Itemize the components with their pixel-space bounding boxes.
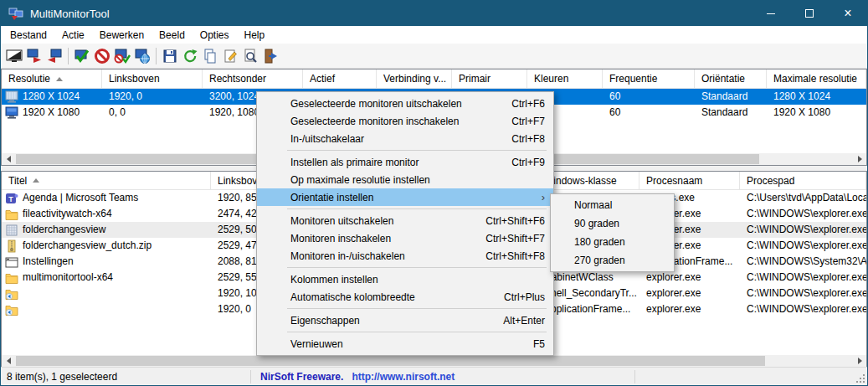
- menu-separator: [287, 267, 547, 268]
- close-button[interactable]: ×: [829, 1, 867, 26]
- column-header-verbinding[interactable]: Verbinding v...: [377, 69, 452, 88]
- toolbar-separator: [156, 48, 157, 64]
- menu-item-geselecteerde-monitoren-inschakelen[interactable]: Geselecteerde monitoren inschakelenCtrl+…: [257, 112, 553, 130]
- resize-grip-icon[interactable]: [855, 373, 865, 383]
- menu-bestand[interactable]: Bestand: [3, 28, 54, 43]
- sort-arrow-icon: [33, 178, 39, 183]
- status-count: 8 item(s), 1 geselecteerd: [7, 371, 117, 383]
- maximize-icon: [805, 9, 814, 18]
- scrollbar-thumb[interactable]: [16, 356, 765, 366]
- app-icon: [8, 6, 23, 21]
- save-icon[interactable]: [160, 47, 180, 65]
- folder-icon: [5, 208, 18, 221]
- statusbar-divider: [250, 370, 251, 383]
- column-header-orientatie[interactable]: Oriëntatie: [695, 69, 767, 88]
- column-header-maximale-resolutie[interactable]: Maximale resolutie: [767, 69, 866, 88]
- menu-separator: [287, 208, 547, 209]
- copy-icon[interactable]: [200, 47, 220, 65]
- column-header-resolutie[interactable]: Resolutie: [2, 69, 102, 88]
- settings-window-icon: [5, 255, 18, 269]
- submenu-item-270-graden[interactable]: 270 graden: [551, 251, 674, 270]
- menu-item-op-maximale-resolutie-instellen[interactable]: Op maximale resolutie instellen: [257, 171, 553, 188]
- menu-separator: [287, 308, 547, 309]
- monitor-active-icon: [5, 106, 18, 120]
- column-header-kleuren[interactable]: Kleuren: [527, 69, 603, 88]
- exit-icon[interactable]: [260, 47, 280, 65]
- menu-item-monitoren-inschakelen[interactable]: Monitoren inschakelenCtrl+Shift+F7: [257, 229, 553, 247]
- submenu-item-90-graden[interactable]: 90 graden: [551, 214, 674, 233]
- move-monitor-left-icon[interactable]: [24, 47, 44, 65]
- monitor-disabled-icon: [5, 90, 18, 104]
- titlebar[interactable]: MultiMonitorTool ×: [1, 1, 867, 26]
- window-title: MultiMonitorTool: [30, 8, 110, 20]
- menu-item-in-uitschakelaar[interactable]: In-/uitschakelaarCtrl+F8: [257, 130, 553, 147]
- column-header-titel[interactable]: Titel: [2, 172, 211, 189]
- menu-item-monitoren-uitschakelen[interactable]: Monitoren uitschakelenCtrl+Shift+F6: [257, 212, 553, 229]
- menu-item-automatische-kolombreedte[interactable]: Automatische kolombreedteCtrl+Plus: [257, 288, 553, 306]
- submenu-arrow-icon: ›: [542, 191, 545, 203]
- toggle-monitor-icon[interactable]: [112, 47, 132, 65]
- enable-monitor-icon[interactable]: [72, 47, 92, 65]
- statusbar: 8 item(s), 1 geselecteerd NirSoft Freewa…: [1, 367, 867, 385]
- menu-separator: [287, 332, 547, 332]
- teams-icon: T: [5, 192, 18, 205]
- menu-opties[interactable]: Opties: [193, 28, 237, 43]
- properties-icon[interactable]: [220, 47, 240, 65]
- menu-actie[interactable]: Actie: [54, 28, 92, 43]
- close-icon: ×: [844, 7, 851, 20]
- column-header-procesnaam[interactable]: Procesnaam: [639, 172, 740, 189]
- submenu-item-normaal[interactable]: Normaal: [551, 196, 674, 214]
- toolbar: [1, 44, 867, 69]
- primary-monitor-icon[interactable]: [132, 47, 152, 65]
- multimonitortool-window: MultiMonitorTool × Bestand Actie Bewerke…: [0, 0, 868, 386]
- shared-folder-icon: [5, 287, 18, 301]
- minimize-button[interactable]: [752, 1, 790, 26]
- svg-text:T: T: [8, 194, 13, 203]
- scroll-left-icon[interactable]: [2, 153, 15, 165]
- monitors-list-header: Resolutie Linksboven Rechtsonder Actief …: [2, 69, 866, 89]
- menu-beeld[interactable]: Beeld: [152, 28, 193, 43]
- folderchangesview-icon: [5, 224, 18, 237]
- column-header-rechtsonder[interactable]: Rechtsonder: [203, 69, 303, 88]
- column-header-linksboven[interactable]: Linksboven: [102, 69, 203, 88]
- menu-item-vernieuwen[interactable]: VernieuwenF5: [257, 335, 553, 353]
- orientation-submenu: Normaal 90 graden 180 graden 270 graden: [550, 193, 675, 272]
- folder-icon: [5, 271, 18, 285]
- toolbar-separator: [68, 48, 69, 64]
- monitor-icon[interactable]: [4, 47, 24, 65]
- statusbar-divider: [634, 370, 635, 383]
- menu-item-instellen-als-primaire-monitor[interactable]: Instellen als primaire monitorCtrl+F9: [257, 153, 553, 171]
- zip-file-icon: [5, 239, 18, 253]
- minimize-icon: [767, 13, 775, 14]
- nirsoft-link[interactable]: http://www.nirsoft.net: [352, 371, 455, 383]
- nirsoft-credit: NirSoft Freeware.http://www.nirsoft.net: [260, 371, 455, 383]
- menu-help[interactable]: Help: [237, 28, 273, 43]
- sort-arrow-icon: [56, 77, 63, 81]
- menu-bewerken[interactable]: Bewerken: [92, 28, 152, 43]
- disable-monitor-icon[interactable]: [92, 47, 112, 65]
- menubar: Bestand Actie Bewerken Beeld Opties Help: [1, 26, 867, 44]
- menu-item-geselecteerde-monitoren-uitschakelen[interactable]: Geselecteerde monitoren uitschakelenCtrl…: [257, 95, 553, 112]
- menu-item-eigenschappen[interactable]: EigenschappenAlt+Enter: [257, 311, 553, 329]
- context-menu: Geselecteerde monitoren uitschakelenCtrl…: [256, 91, 554, 356]
- menu-separator: [287, 150, 547, 151]
- menu-item-orientatie-instellen[interactable]: Orientatie instellen›: [257, 188, 553, 206]
- maximize-button[interactable]: [790, 1, 829, 26]
- shared-folder-icon: [5, 303, 18, 317]
- column-header-procespad[interactable]: Procespad: [740, 172, 866, 189]
- move-monitor-right-icon[interactable]: [44, 47, 64, 65]
- scroll-right-icon[interactable]: [853, 153, 866, 165]
- column-header-frequentie[interactable]: Frequentie: [603, 69, 695, 88]
- column-header-actief[interactable]: Actief: [303, 69, 377, 88]
- column-header-primair[interactable]: Primair: [452, 69, 527, 88]
- menu-item-kolommen-instellen[interactable]: Kolommen instellen: [257, 270, 553, 288]
- submenu-item-180-graden[interactable]: 180 graden: [551, 233, 674, 251]
- scroll-left-icon[interactable]: [2, 355, 15, 367]
- scroll-right-icon[interactable]: [853, 355, 866, 367]
- menu-item-monitoren-in-uischakelen[interactable]: Monitoren in-/uischakelenCtrl+Shift+F8: [257, 247, 553, 265]
- refresh-icon[interactable]: [180, 47, 200, 65]
- find-icon[interactable]: [240, 47, 260, 65]
- windows-horizontal-scrollbar[interactable]: [2, 355, 866, 367]
